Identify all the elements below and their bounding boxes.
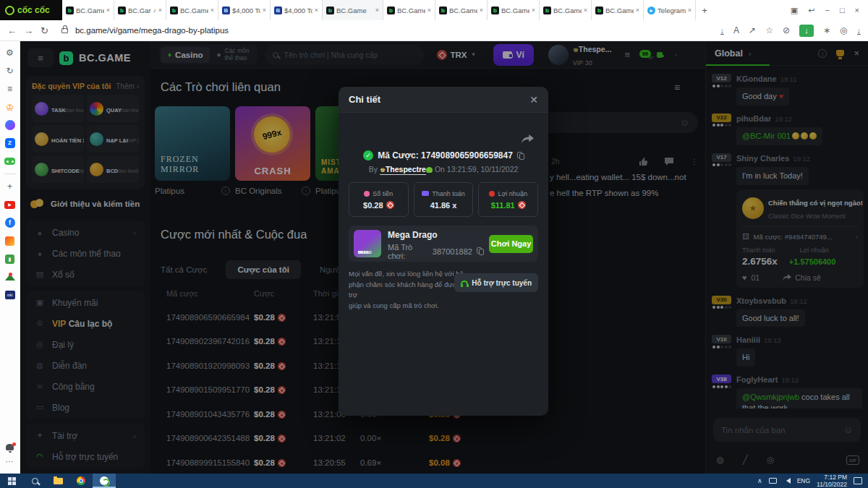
settings-gear-icon[interactable]: ⚙: [4, 47, 16, 59]
recent-tabs-icon[interactable]: ↩: [808, 6, 814, 15]
menu-lines-icon[interactable]: ≡: [624, 49, 630, 60]
reading-list-icon[interactable]: ≡: [4, 83, 16, 95]
reload-icon[interactable]: ↻: [41, 25, 48, 36]
promo-rakeback[interactable]: HOÀN TIỀN XẤU: [32, 125, 84, 153]
tab-close-icon[interactable]: ×: [427, 7, 431, 14]
browser-tab[interactable]: bBC.Game×: [435, 0, 488, 20]
info-icon[interactable]: i: [302, 187, 310, 195]
battery-saver-icon[interactable]: ▮: [5, 254, 14, 264]
sidebar-item-live-support[interactable]: ◠Hỗ trợ trực tuyến: [26, 446, 145, 467]
bcgame-logo-icon[interactable]: b: [59, 51, 73, 65]
browser-tab[interactable]: B$4,000 Top×: [271, 0, 323, 20]
tab-close-icon[interactable]: ×: [584, 7, 587, 14]
start-button[interactable]: [0, 474, 23, 488]
promo-shitcode[interactable]: SHITCODEtiền thưởng: [32, 155, 84, 183]
sidebar-collapse-icon[interactable]: ≡: [27, 48, 54, 67]
emoji-icon[interactable]: ☺: [843, 424, 853, 435]
action-center-icon[interactable]: [854, 477, 862, 484]
browser-tab[interactable]: ▸Telegram×: [644, 0, 696, 20]
promo-recharge[interactable]: NẠP LẠIVIP 22: [87, 125, 139, 153]
zalo-icon[interactable]: Z: [5, 138, 15, 148]
game-card-crash[interactable]: 999x CRASH: [235, 106, 310, 181]
chat-close-icon[interactable]: ×: [854, 48, 859, 59]
translate-icon[interactable]: A: [733, 25, 739, 35]
modal-close-icon[interactable]: ✕: [529, 94, 538, 106]
game-thumbnail[interactable]: MEGADRAGO: [354, 230, 381, 257]
user-profile[interactable]: ♚Thespe... VIP 30: [548, 42, 612, 68]
profile-icon[interactable]: ◎: [840, 25, 847, 35]
chat-rules-icon[interactable]: i: [818, 49, 827, 58]
adblock-shield-icon[interactable]: ⊘: [783, 25, 790, 35]
back-icon[interactable]: ←: [7, 25, 17, 36]
emoji-icon[interactable]: ☺: [680, 117, 689, 128]
comment-more-icon[interactable]: ⋮: [691, 157, 699, 166]
sidebar-item-lottery[interactable]: ▤Xổ số: [26, 264, 145, 285]
player-link[interactable]: ♚Thespectre: [380, 165, 426, 175]
avatar[interactable]: [548, 45, 569, 65]
chat-message-input[interactable]: Tin nhắn của bạn ☺: [713, 418, 861, 442]
save-page-icon[interactable]: ↓: [720, 27, 725, 35]
game-search-input[interactable]: Tên trò chơi | Nhà cung cấp: [265, 45, 424, 65]
close-window-button[interactable]: ×: [855, 6, 859, 14]
tab-close-icon[interactable]: ×: [688, 7, 692, 14]
new-tab-button[interactable]: +: [696, 0, 713, 20]
chat-username[interactable]: KGondane: [736, 74, 777, 83]
chat-username[interactable]: Xtoybsvsbub: [736, 296, 786, 305]
download-button[interactable]: ↓: [799, 25, 814, 37]
comments-menu-icon[interactable]: ≡: [674, 82, 680, 93]
live-support-button[interactable]: Hỗ trợ trực tuyến: [454, 273, 538, 292]
volume-icon[interactable]: [783, 478, 791, 484]
sidebar-item-casino[interactable]: ♠Casino›: [26, 222, 145, 243]
extensions-icon[interactable]: ∗: [823, 25, 830, 35]
chevron-right-icon[interactable]: ›: [856, 233, 858, 241]
niki-app-icon[interactable]: niki: [5, 291, 15, 299]
promo-task[interactable]: TASKbàn thưởng: [32, 95, 84, 122]
browser-tab[interactable]: bBC.Game×: [62, 0, 114, 20]
chat-tab-global[interactable]: Global: [715, 48, 743, 59]
play-now-button[interactable]: Chơi Ngay: [489, 235, 533, 253]
study-hat-icon[interactable]: [5, 274, 15, 281]
copy-icon[interactable]: [477, 247, 482, 255]
messenger-icon[interactable]: [5, 120, 15, 130]
browser-tab[interactable]: bBC.Gan♪×: [114, 0, 166, 20]
share-button[interactable]: Chia sẻ: [783, 273, 821, 282]
share-page-icon[interactable]: ↗: [749, 25, 756, 35]
maximize-button[interactable]: □: [840, 6, 845, 14]
gif-icon[interactable]: GIF: [846, 455, 859, 465]
sidebar-item-vip-club[interactable]: ♔VIP Câu lạc bộ: [26, 313, 145, 334]
ssl-lock-icon[interactable]: [61, 28, 68, 33]
shopping-icon[interactable]: [5, 236, 14, 246]
browser-tab[interactable]: bBC.Game×: [488, 0, 540, 20]
browser-tab[interactable]: bBC.Game×: [592, 0, 644, 20]
language-indicator[interactable]: ENG: [797, 477, 810, 484]
tab-close-icon[interactable]: ×: [158, 7, 162, 14]
sidebar-item-forum[interactable]: ◍Diễn đàn: [26, 355, 145, 376]
sidebar-item-blog[interactable]: ▭Blog: [26, 397, 145, 418]
add-shortcut-icon[interactable]: +: [4, 181, 16, 192]
tab-close-icon[interactable]: ×: [375, 7, 379, 14]
table-row[interactable]: 174908899915155840$0.2813:20:550.69×$0.0…: [150, 458, 705, 473]
game-card-frozen-mirror[interactable]: FROZENMIRROR: [155, 106, 230, 181]
forward-icon[interactable]: →: [24, 25, 33, 36]
rain-icon[interactable]: ◍: [716, 455, 723, 465]
bcgame-logo-text[interactable]: BC.GAME: [79, 52, 131, 64]
copy-icon[interactable]: [517, 152, 524, 160]
notification-bell-icon[interactable]: [6, 444, 14, 450]
tab-close-icon[interactable]: ×: [263, 7, 266, 14]
sidebar-item-sponsorship[interactable]: ✦Tài trợ›: [26, 425, 145, 446]
sidebar-item-affiliate[interactable]: ◎Đại lý: [26, 334, 145, 355]
sidebar-item-fairness[interactable]: ≍Công bằng: [26, 376, 145, 397]
tab-close-icon[interactable]: ×: [315, 7, 318, 14]
chat-username[interactable]: FoglyHeart: [736, 375, 778, 384]
file-explorer-icon[interactable]: [46, 474, 69, 488]
browser-tab[interactable]: bBC.Game×: [383, 0, 435, 20]
taskbar-search-icon[interactable]: [23, 474, 46, 488]
reply-bubble-icon[interactable]: [665, 158, 673, 166]
thumbs-up-icon[interactable]: [639, 158, 647, 166]
tab-close-icon[interactable]: ×: [480, 7, 483, 14]
chrome-icon[interactable]: [69, 474, 93, 488]
wallet-button[interactable]: Ví: [493, 44, 533, 66]
coccoc-taskbar-icon[interactable]: [93, 474, 116, 488]
facebook-icon[interactable]: f: [5, 218, 15, 228]
tab-all-bets[interactable]: Tất cả Cược: [161, 265, 207, 274]
